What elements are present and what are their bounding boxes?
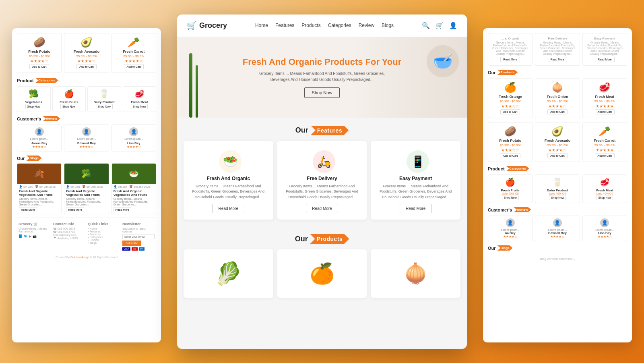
feature-payment-btn[interactable]: Read More [400, 204, 431, 213]
delivery-illustration: 🛵 [308, 147, 336, 172]
hero-subtitle: Grocery Items ... Means Farhanfood And F… [254, 71, 390, 83]
right-read-more-1[interactable]: Read More [500, 57, 520, 62]
shop-dairy[interactable]: Shop Now [96, 104, 113, 109]
left-cat-dairy: 🥛 Dairy Product Shop Now [87, 86, 121, 112]
right-read-more-3[interactable]: Read More [595, 57, 615, 62]
feature-delivery-desc: Grocery Items ... Means Farhanfood And F… [282, 184, 362, 200]
products-header: Our Products [184, 234, 460, 244]
add-to-cart-orange[interactable]: Add to Cart [500, 109, 520, 114]
orange-icon: 🍊 [310, 262, 334, 285]
features-section: Our Features 🥗 Fresh And Organic Grocery… [177, 126, 467, 226]
hero-title: Fresh And Organic Products For Your [243, 57, 401, 67]
products-our-text: Our [295, 235, 308, 243]
shop-meat-r[interactable]: Shop Now [596, 195, 613, 200]
right-review-na: 👤 Lorem ipsum... na Bey ★★★★☆ [488, 216, 533, 241]
right-product-carrot: 🥕 Fresh Carrot $5.99/ - $0.99/ ★★★★★ Add… [582, 122, 627, 162]
nav-products[interactable]: Products [301, 23, 320, 28]
hero-bowl-decoration: 🥣 [427, 45, 459, 77]
right-blogs-title: Our Blogs [488, 245, 627, 251]
left-cat-meat: 🥩 Fresh Meat Shop Now [123, 86, 157, 112]
svg-text:🥗: 🥗 [223, 154, 238, 169]
right-feature-payment: Easy Payment Grocery Items...Means Farha… [582, 33, 627, 66]
right-reviews-title: Customer's Review [488, 207, 627, 212]
shop-now-button[interactable]: Shop Now [304, 87, 340, 98]
left-products-row: 🥔 Fresh Potato $5.99/ - $0.99/ ★★★★☆ Add… [17, 33, 156, 73]
shop-fruits-r[interactable]: Shop Now [502, 195, 519, 200]
nav-links: Home Features Products Categories Review… [255, 23, 394, 28]
logo-icon: 🛒 [187, 21, 197, 30]
product-preview-cabbage: 🥬 [184, 249, 273, 298]
onion-icon: 🧅 [404, 262, 428, 285]
shop-vegetables[interactable]: Shop Now [25, 104, 42, 109]
add-to-cart-carrot-r[interactable]: Add to Cart [595, 153, 615, 158]
add-to-cart-meat[interactable]: Add to Cart [595, 109, 615, 114]
products-badge: Products [310, 234, 349, 244]
right-review-edward: 👤 Lorem ipsum... Edward Bey ★★★★☆ [535, 216, 580, 241]
nav-blogs[interactable]: Blogs [382, 23, 394, 28]
nav-icons: 🔍 🛒 👤 [422, 22, 457, 29]
feature-organic-desc: Grocery Items ... Means Farhanfood And F… [188, 184, 268, 200]
left-product-avocado: 🥑 Fresh Avocado $5.99/ - $0.99/ ★★★★☆ Ad… [64, 33, 109, 73]
left-product-potato: 🥔 Fresh Potato $5.99/ - $0.99/ ★★★★☆ Add… [17, 33, 62, 73]
add-to-cart-onion[interactable]: Add to Cart [547, 109, 567, 114]
add-to-cart-carrot[interactable]: Add to Cart [124, 64, 144, 69]
feature-delivery-title: Free Delivery [282, 176, 362, 181]
feature-organic-btn[interactable]: Read More [213, 204, 244, 213]
shop-meat[interactable]: Shop Now [131, 104, 148, 109]
left-blogs-row: 🍂 👤 5th Jan 📅 5th Jan 2025 Fresh And Org… [17, 163, 156, 214]
payment-illustration: 📱 [402, 147, 430, 172]
shop-dairy-r[interactable]: Shop Now [549, 195, 566, 200]
subscribe-btn[interactable]: Subscribe [122, 241, 141, 246]
products-preview-grid: 🥬 🍊 🧅 [184, 249, 460, 298]
feature-organic-title: Fresh And Organic [188, 176, 268, 181]
add-to-cart-avocado[interactable]: Add to Cart [76, 64, 96, 69]
left-review-janna: 👤 Lorem ipsum... Janna Bey ★★★★☆ [17, 124, 62, 151]
hero-text: Fresh And Organic Products For Your Groc… [243, 57, 401, 98]
right-product-onion: 🧅 Fresh Onion $5.99/ - $0.99/ ★★★★☆ Add … [535, 78, 580, 118]
right-feature-delivery: Free Delivery Grocery Items...Means Farh… [535, 33, 580, 66]
left-background-panel: 🥔 Fresh Potato $5.99/ - $0.99/ ★★★★☆ Add… [12, 28, 161, 342]
newsletter-input[interactable] [122, 234, 155, 239]
nav-categories[interactable]: Categories [328, 23, 351, 28]
blog-read-more-3[interactable]: Read More [114, 207, 132, 212]
search-icon[interactable]: 🔍 [422, 22, 430, 29]
right-cat-dairy: 🥛 Dairy Product Upto 40% Off Shop Now [535, 174, 580, 203]
left-blog-2: 🥦 👤 5th Jan 📅 5th Jan 2025 Fresh And Org… [64, 163, 109, 214]
left-review-edward: 👤 Lorem ipsum... Edward Bey ★★★★☆ [64, 124, 109, 151]
feature-payment: 📱 Easy Payment Grocery Items ... Means F… [371, 141, 460, 220]
add-to-cart-avocado-r[interactable]: Add to Cart [547, 153, 567, 158]
left-cat-fruits: 🍎 Fresh Fruits Shop Now [52, 86, 86, 112]
feature-delivery-btn[interactable]: Read More [306, 204, 338, 213]
feature-organic: 🥗 Fresh And Organic Grocery Items ... Me… [184, 141, 273, 220]
features-badge: Features [311, 126, 349, 135]
left-categories-row: 🥦 Vegetables Shop Now 🍎 Fresh Fruits Sho… [17, 86, 156, 112]
left-blog-3: 🥗 👤 5th Jan 📅 5th Jan 2025 Fresh And Org… [111, 163, 156, 214]
right-cat-meat: 🥩 Fresh Meat Upto 40% Off Shop Now [582, 174, 627, 203]
nav-features[interactable]: Features [275, 23, 294, 28]
add-to-cart-potato[interactable]: Add to Cart [29, 64, 49, 69]
hero-section: Fresh And Organic Products For Your Groc… [177, 37, 467, 118]
feature-payment-desc: Grocery Items ... Means Farhanfood And F… [376, 184, 456, 200]
feature-payment-title: Easy Payment [376, 176, 456, 181]
add-to-cart-potato-r[interactable]: Add To Cart [500, 153, 520, 158]
blog-read-more-2[interactable]: Read More [66, 207, 84, 212]
feature-delivery: 🛵 Free Delivery Grocery Items ... Means … [277, 141, 367, 220]
nav-review[interactable]: Review [359, 23, 374, 28]
product-preview-orange: 🍊 [277, 249, 367, 298]
blog-read-more-1[interactable]: Read More [19, 207, 37, 212]
user-icon[interactable]: 👤 [449, 22, 457, 29]
brand-logo: 🛒 Grocery [187, 21, 227, 30]
right-read-more-2[interactable]: Read More [548, 57, 568, 62]
cart-icon[interactable]: 🛒 [436, 22, 444, 29]
right-categories-title: Product Categories [488, 166, 627, 171]
svg-text:🛵: 🛵 [317, 155, 331, 168]
right-cat-fruits: 🍎 Fresh Fruits Upto 40% Off Shop Now [488, 174, 533, 203]
left-product-carrot: 🥕 Fresh Carrot $5.99/ - $0.99/ ★★★★☆ Add… [111, 33, 156, 73]
shop-fruits[interactable]: Shop Now [60, 104, 77, 109]
left-review-lisa: 👤 Lorem ipsum... Lisa Bey ★★★★☆ [111, 124, 156, 151]
main-panel: 🛒 Grocery Home Features Products Categor… [177, 15, 467, 349]
nav-home[interactable]: Home [255, 23, 268, 28]
left-cat-vegetables: 🥦 Vegetables Shop Now [17, 86, 51, 112]
navbar: 🛒 Grocery Home Features Products Categor… [177, 15, 467, 37]
left-categories-title: Product Categories [17, 78, 156, 83]
